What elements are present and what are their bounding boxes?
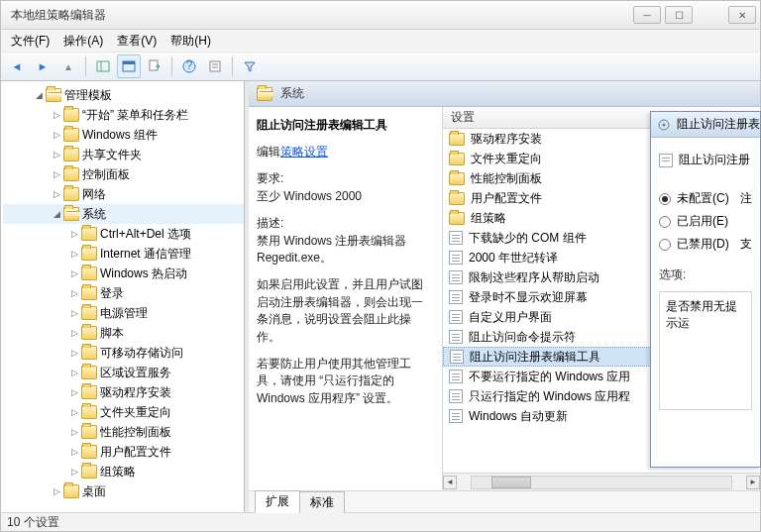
tree-item[interactable]: ▷性能控制面板 [3,422,244,442]
tree-item[interactable]: ▷“开始” 菜单和任务栏 [3,105,244,125]
expand-icon[interactable]: ▷ [51,150,62,160]
radio-icon[interactable] [659,216,671,228]
menu-action[interactable]: 操作(A) [57,31,109,52]
filter-button[interactable] [238,54,262,78]
radio-label: 未配置(C) [677,190,729,207]
options-box: 是否禁用无提示运 [659,291,752,410]
tree-item[interactable]: ▷用户配置文件 [3,442,244,462]
forward-button[interactable] [31,54,54,78]
dialog-policy-label: 阻止访问注册 [679,152,750,168]
tree-item[interactable]: ▷Windows 组件 [3,125,244,145]
radio-icon[interactable] [659,193,671,205]
folder-icon [81,326,97,340]
folder-icon [449,172,465,185]
tree-item-label: Windows 热启动 [100,266,187,282]
tree-item[interactable]: ▷控制面板 [3,164,244,184]
toolbar: ? [0,52,761,81]
tree-item[interactable]: ▷Ctrl+Alt+Del 选项 [3,224,244,244]
tree-item[interactable]: ▷组策略 [3,462,244,481]
menu-view[interactable]: 查看(V) [111,31,163,52]
req-value: 至少 Windows 2000 [257,189,362,203]
tree-item[interactable]: ▷Windows 热启动 [3,264,244,283]
minimize-button[interactable]: ─ [633,6,661,24]
expand-icon[interactable]: ▷ [68,407,80,417]
tree-root[interactable]: ◢ 管理模板 [3,85,244,105]
edit-policy-link[interactable]: 策略设置 [280,145,328,159]
close-button[interactable]: ✕ [728,6,756,24]
expand-icon[interactable]: ▷ [51,169,62,179]
expand-icon[interactable]: ▷ [68,467,80,477]
scroll-left-button[interactable]: ◄ [443,476,457,489]
tree-item-label: 系统 [82,206,106,223]
list-item-label: 自定义用户界面 [469,309,552,326]
expand-icon[interactable]: ▷ [51,486,62,496]
tree-item[interactable]: ▷网络 [3,184,244,204]
tree-item[interactable]: ▷登录 [3,283,244,303]
properties-button[interactable] [203,54,227,78]
scroll-right-button[interactable]: ► [746,476,760,489]
expand-icon[interactable]: ▷ [68,447,80,457]
nav-tree[interactable]: ◢ 管理模板 ▷“开始” 菜单和任务栏▷Windows 组件▷共享文件夹▷控制面… [1,81,245,512]
expand-icon[interactable]: ▷ [68,328,80,338]
expand-icon[interactable]: ▷ [68,268,80,278]
expand-icon[interactable]: ▷ [51,130,62,140]
expand-icon[interactable]: ▷ [68,387,80,397]
up-button[interactable] [56,54,80,78]
doc-icon [449,370,463,383]
doc-icon [449,330,463,344]
menu-file[interactable]: 文件(F) [5,31,55,52]
expand-icon[interactable]: ▷ [68,308,80,318]
doc-icon [449,231,463,245]
options-label: 选项: [659,266,752,283]
tree-item-label: 网络 [82,186,106,203]
folder-open-icon [257,87,272,101]
radio-icon[interactable] [659,239,671,251]
tree-item[interactable]: ◢系统 [3,204,244,224]
tree-item-label: 可移动存储访问 [100,345,183,362]
show-hide-tree-button[interactable] [91,54,115,78]
help-button[interactable]: ? [177,54,201,78]
view-tabs: 扩展 标准 [249,490,760,512]
desc-line2: 如果启用此设置，并且用户试图启动注册表编辑器，则会出现一条消息，说明设置会阻止此… [257,276,434,346]
tree-item[interactable]: ▷可移动存储访问 [3,343,244,363]
tree-item-label: 用户配置文件 [100,444,171,461]
menubar: 文件(F) 操作(A) 查看(V) 帮助(H) [0,30,761,52]
tree-item[interactable]: ▷文件夹重定向 [3,402,244,422]
list-view-button[interactable] [117,54,141,78]
expand-icon[interactable]: ▷ [68,368,80,377]
folder-icon [81,385,97,399]
doc-icon [449,409,463,423]
back-button[interactable] [5,54,29,78]
scroll-thumb[interactable] [491,477,531,488]
expand-icon[interactable]: ▷ [51,189,62,199]
horizontal-scrollbar[interactable]: ◄ ► [443,473,760,490]
expand-icon[interactable]: ▷ [68,249,80,259]
menu-help[interactable]: 帮助(H) [164,31,217,52]
radio-disabled[interactable]: 已禁用(D) 支 [659,236,752,253]
radio-not-configured[interactable]: 未配置(C) 注 [659,190,752,207]
maximize-button[interactable]: ☐ [665,6,693,24]
tree-item[interactable]: ▷共享文件夹 [3,145,244,164]
folder-icon [81,227,97,241]
expand-icon[interactable]: ◢ [51,209,62,219]
tab-standard[interactable]: 标准 [299,491,345,513]
scroll-track[interactable] [471,476,732,489]
tree-item[interactable]: ▷Internet 通信管理 [3,244,244,264]
tree-item[interactable]: ▷脚本 [3,323,244,343]
dialog-titlebar[interactable]: 阻止访问注册表 [651,112,760,138]
expand-icon[interactable]: ▷ [68,348,80,358]
expand-icon[interactable]: ▷ [68,288,80,298]
export-list-button[interactable] [143,54,166,78]
expand-icon[interactable]: ▷ [68,229,80,239]
tree-item[interactable]: ▷区域设置服务 [3,363,244,382]
tree-item[interactable]: ▷电源管理 [3,303,244,323]
tree-item-desktop[interactable]: ▷ 桌面 [3,481,244,501]
tab-extended[interactable]: 扩展 [255,490,300,513]
tree-item[interactable]: ▷驱动程序安装 [3,382,244,402]
expand-icon[interactable]: ▷ [68,427,80,437]
radio-enabled[interactable]: 已启用(E) [659,213,752,230]
expand-icon[interactable]: ▷ [51,110,62,120]
folder-icon [81,405,97,419]
expand-icon[interactable]: ◢ [33,90,45,100]
svg-rect-3 [123,61,135,64]
